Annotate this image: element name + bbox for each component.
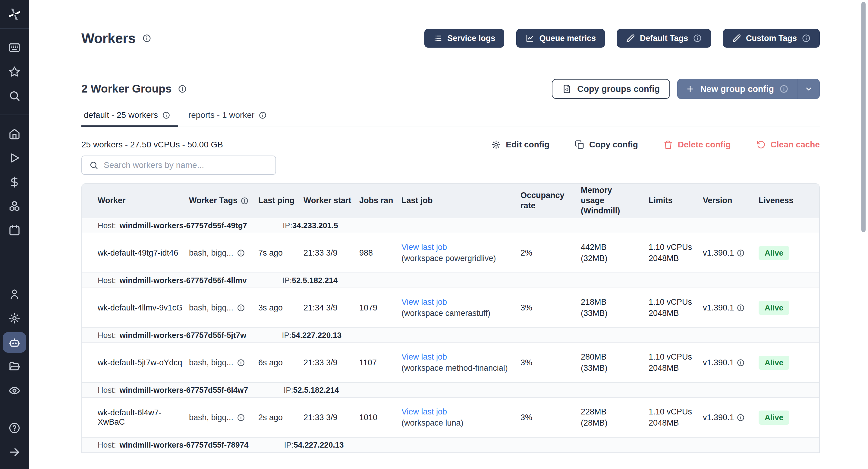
host-ip: 52.5.182.214 xyxy=(292,276,338,285)
copy-groups-config-label: Copy groups config xyxy=(577,84,660,94)
scrollbar-thumb[interactable] xyxy=(861,2,866,232)
host-row: Host: windmill-workers-67757d55f-49tg7 I… xyxy=(82,218,819,233)
tab-reports-info-icon[interactable] xyxy=(258,111,267,119)
edit-config-label: Edit config xyxy=(506,140,550,150)
host-label: Host: xyxy=(98,221,116,230)
host-name: windmill-workers-67757d55f-5jt7w xyxy=(120,331,246,340)
custom-tags-button[interactable]: Custom Tags xyxy=(723,29,820,48)
worker-tags-cell-info-icon[interactable] xyxy=(237,413,245,422)
sidebar-item-home[interactable] xyxy=(0,122,29,146)
new-group-config-info-icon[interactable] xyxy=(779,84,788,93)
worker-tags-cell: bash, bigq... xyxy=(189,413,258,422)
delete-config-label: Delete config xyxy=(678,140,731,150)
sidebar-item-search[interactable] xyxy=(0,84,29,108)
custom-tags-label: Custom Tags xyxy=(746,34,797,43)
tab-reports[interactable]: reports - 1 worker xyxy=(186,110,275,127)
sidebar-item-user[interactable] xyxy=(0,282,29,306)
sidebar-item-runs[interactable] xyxy=(0,146,29,170)
custom-tags-info-icon[interactable] xyxy=(802,34,811,43)
service-logs-button[interactable]: Service logs xyxy=(424,29,504,48)
col-version: Version xyxy=(703,196,758,206)
sidebar-item-schedules[interactable] xyxy=(0,218,29,242)
gear-icon xyxy=(8,312,21,324)
limit-cpu: 1.10 vCPUs xyxy=(649,406,699,417)
memory-total: 442MB xyxy=(581,242,644,253)
delete-config-button[interactable]: Delete config xyxy=(663,140,731,150)
version-info-icon[interactable] xyxy=(737,413,745,422)
eye-icon xyxy=(8,385,21,397)
version-cell: v1.390.1 xyxy=(703,413,758,422)
version-cell: v1.390.1 xyxy=(703,358,758,368)
version-value: v1.390.1 xyxy=(703,413,734,422)
search-input[interactable] xyxy=(104,160,268,170)
new-group-config-button[interactable]: New group config xyxy=(677,79,820,99)
sidebar-item-folders[interactable] xyxy=(0,354,29,379)
worker-tags-info-icon[interactable] xyxy=(241,197,249,205)
sidebar-item-help[interactable] xyxy=(0,416,29,440)
view-last-job-link[interactable]: View last job xyxy=(401,296,516,308)
tab-reports-label: reports - 1 worker xyxy=(188,110,254,120)
worker-tags: bash, bigq... xyxy=(189,303,233,313)
clean-cache-button[interactable]: Clean cache xyxy=(756,140,820,150)
memory-cell: 228MB (28MB) xyxy=(581,406,649,429)
worker-name: wk-default-5jt7w-oYdcq xyxy=(82,358,189,368)
header-buttons: Service logs Queue metrics Default Tags … xyxy=(424,29,820,48)
host-ip: 34.233.201.5 xyxy=(292,221,338,230)
host-row: Host: windmill-workers-67757d55f-5jt7w I… xyxy=(82,327,819,343)
sidebar-item-apps[interactable] xyxy=(0,36,29,60)
liveness-cell: Alive xyxy=(758,356,820,370)
worker-tags-cell-info-icon[interactable] xyxy=(237,359,245,367)
worker-row: wk-default-49tg7-idt46 bash, bigq... 7s … xyxy=(82,233,819,273)
sidebar-item-favorites[interactable] xyxy=(0,60,29,84)
last-job-workspace: (workspace method-financial) xyxy=(401,363,516,374)
view-last-job-link[interactable]: View last job xyxy=(401,351,516,363)
memory-windmill: (33MB) xyxy=(581,363,644,374)
last-ping: 3s ago xyxy=(258,303,304,313)
last-ping: 7s ago xyxy=(258,248,304,258)
liveness-badge: Alive xyxy=(758,246,789,260)
host-ip: 54.227.220.13 xyxy=(293,440,344,450)
col-limits: Limits xyxy=(649,196,703,206)
worker-row: wk-default-6l4w7-XwBaC bash, bigq... 2s … xyxy=(82,398,819,437)
tab-default[interactable]: default - 25 workers xyxy=(82,110,178,127)
sidebar-item-settings[interactable] xyxy=(0,306,29,330)
group-config-row: 25 workers - 27.50 vCPUs - 50.00 GB Edit… xyxy=(82,140,820,150)
version-info-icon[interactable] xyxy=(737,359,745,367)
new-group-config-dropdown[interactable] xyxy=(798,79,820,99)
view-last-job-link[interactable]: View last job xyxy=(401,242,516,253)
memory-windmill: (28MB) xyxy=(581,417,644,429)
host-label: Host: xyxy=(98,385,116,395)
last-job-cell: View last job (workspace camerastuff) xyxy=(401,296,521,319)
sidebar-item-expand[interactable] xyxy=(0,440,29,464)
sidebar-item-audit[interactable] xyxy=(0,379,29,403)
copy-config-button[interactable]: Copy config xyxy=(575,140,638,150)
default-tags-button[interactable]: Default Tags xyxy=(617,29,711,48)
jobs-ran: 1010 xyxy=(359,413,401,422)
version-info-icon[interactable] xyxy=(737,304,745,312)
main-content: Workers Service logs Queue metrics Defau… xyxy=(29,0,868,469)
liveness-badge: Alive xyxy=(758,356,789,370)
sidebar-item-resources[interactable] xyxy=(0,194,29,218)
worker-groups-info-icon[interactable] xyxy=(178,84,187,93)
limits-cell: 1.10 vCPUs 2048MB xyxy=(649,406,703,429)
edit-config-button[interactable]: Edit config xyxy=(491,140,550,150)
tab-default-info-icon[interactable] xyxy=(162,111,170,119)
sidebar-item-variables[interactable] xyxy=(0,170,29,194)
default-tags-info-icon[interactable] xyxy=(693,34,702,43)
copy-groups-config-button[interactable]: Copy groups config xyxy=(552,79,670,99)
host-row: Host: windmill-workers-67757d55f-6l4w7 I… xyxy=(82,382,819,398)
version-info-icon[interactable] xyxy=(737,249,745,257)
worker-tags-cell: bash, bigq... xyxy=(189,358,258,368)
worker-tags-cell-info-icon[interactable] xyxy=(237,249,245,257)
worker-tags-cell-info-icon[interactable] xyxy=(237,304,245,312)
host-name: windmill-workers-67757d55f-78974 xyxy=(120,440,249,450)
view-last-job-link[interactable]: View last job xyxy=(401,406,516,417)
sidebar-nav-section xyxy=(0,115,29,249)
last-job-cell: View last job (workspace powergridlive) xyxy=(401,242,521,264)
page-header: Workers Service logs Queue metrics Defau… xyxy=(82,29,820,48)
queue-metrics-button[interactable]: Queue metrics xyxy=(516,29,605,48)
sidebar-item-workers[interactable] xyxy=(0,330,29,354)
windmill-logo[interactable] xyxy=(0,0,29,29)
workers-info-icon[interactable] xyxy=(142,34,151,43)
worker-tags: bash, bigq... xyxy=(189,358,233,368)
